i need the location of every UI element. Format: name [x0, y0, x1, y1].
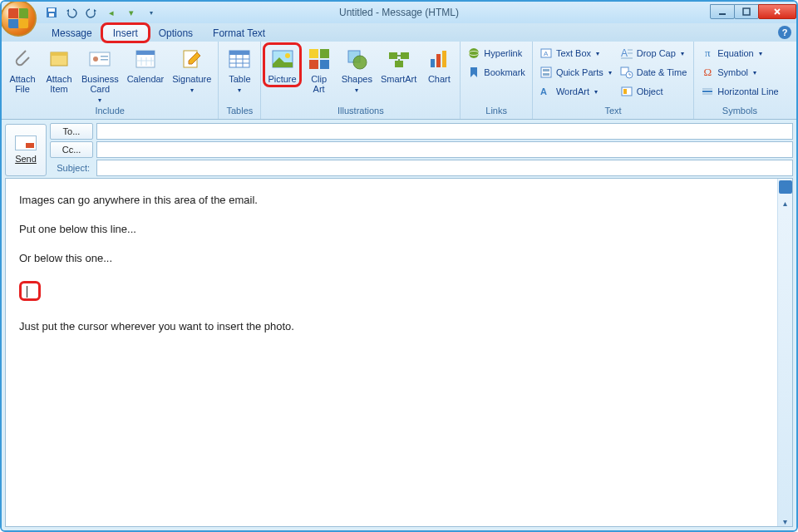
wordart-icon: A	[539, 85, 553, 98]
business-card-button[interactable]: Business Card	[78, 44, 122, 106]
shapes-button[interactable]: Shapes	[338, 44, 376, 96]
maximize-button[interactable]	[734, 4, 759, 19]
group-tables: Table Tables	[219, 42, 261, 119]
chevron-down-icon	[355, 84, 358, 94]
tab-options[interactable]: Options	[149, 25, 203, 42]
help-icon[interactable]: ?	[778, 26, 791, 39]
table-icon	[226, 46, 253, 72]
paperclip-icon	[9, 46, 36, 72]
cursor-position-highlight	[19, 281, 41, 301]
scroll-down-icon[interactable]: ▾	[783, 517, 787, 526]
svg-rect-32	[389, 52, 397, 59]
body-line: Put one below this line...	[19, 223, 764, 237]
group-links: Hyperlink Bookmark Links	[461, 42, 533, 119]
svg-rect-35	[431, 59, 435, 67]
close-button[interactable]	[758, 4, 796, 19]
svg-text:A: A	[544, 50, 549, 57]
object-button[interactable]: Object	[617, 82, 691, 101]
smartart-button[interactable]: SmartArt	[377, 44, 420, 86]
text-box-icon: A	[539, 47, 553, 60]
office-button[interactable]	[0, 0, 37, 37]
to-field[interactable]	[96, 123, 793, 140]
tab-insert[interactable]: Insert	[102, 24, 149, 42]
scroll-up-icon[interactable]: ▴	[783, 199, 787, 208]
ribbon: Attach File Attach Item Business Card Ca…	[2, 42, 796, 120]
minimize-button[interactable]	[710, 4, 735, 19]
quick-access-toolbar: ◂ ▾ ▾	[45, 6, 158, 19]
group-label-include: Include	[5, 106, 214, 119]
wordart-button[interactable]: AWordArt▾	[536, 82, 615, 101]
signature-button[interactable]: Signature	[169, 44, 214, 96]
drop-cap-button[interactable]: ADrop Cap▾	[617, 44, 691, 62]
quick-parts-button[interactable]: Quick Parts▾	[536, 63, 615, 81]
text-box-button[interactable]: AText Box▾	[536, 44, 615, 62]
group-symbols: πEquation▾ ΩSymbol▾ Horizontal Line Symb…	[694, 42, 785, 119]
qat-customize-icon[interactable]: ▾	[145, 6, 158, 19]
body-line: Or below this one...	[19, 252, 764, 266]
cc-button[interactable]: Cc...	[50, 141, 93, 158]
chart-button[interactable]: Chart	[421, 44, 456, 86]
body-line: Just put the cursor wherever you want to…	[19, 320, 764, 334]
shapes-icon	[343, 46, 370, 72]
equation-button[interactable]: πEquation▾	[697, 44, 781, 62]
svg-rect-53	[623, 89, 627, 94]
svg-rect-10	[101, 59, 108, 61]
task-pane-toggle-icon[interactable]	[779, 180, 792, 194]
svg-rect-44	[543, 73, 549, 76]
undo-icon[interactable]	[65, 6, 78, 19]
subject-field[interactable]	[96, 160, 793, 176]
date-time-button[interactable]: Date & Time	[617, 63, 691, 81]
tab-format-text[interactable]: Format Text	[203, 25, 275, 42]
svg-rect-36	[436, 54, 441, 67]
calendar-icon	[132, 46, 159, 72]
vertical-scrollbar[interactable]: ▴ ▾	[777, 179, 792, 526]
svg-rect-28	[309, 60, 318, 69]
tab-message[interactable]: Message	[42, 25, 102, 42]
to-button[interactable]: To...	[50, 123, 93, 140]
redo-icon[interactable]	[85, 6, 98, 19]
chevron-down-icon	[98, 94, 101, 104]
bookmark-button[interactable]: Bookmark	[464, 63, 529, 81]
business-card-icon	[86, 46, 113, 72]
subject-label: Subject:	[50, 163, 93, 173]
message-body-wrap: Images can go anywhere in this area of t…	[5, 178, 793, 527]
chevron-down-icon	[190, 84, 194, 94]
calendar-button[interactable]: Calendar	[124, 44, 168, 86]
svg-rect-1	[48, 8, 55, 12]
svg-rect-29	[320, 60, 329, 69]
clip-art-button[interactable]: Clip Art	[302, 44, 337, 96]
clip-art-icon	[306, 46, 332, 72]
message-window: ◂ ▾ ▾ Untitled - Message (HTML) Message …	[0, 0, 798, 532]
svg-rect-12	[136, 51, 155, 55]
bookmark-icon	[467, 66, 480, 79]
message-body[interactable]: Images can go anywhere in this area of t…	[6, 179, 777, 526]
symbol-button[interactable]: ΩSymbol▾	[697, 63, 781, 81]
table-button[interactable]: Table	[222, 44, 257, 96]
signature-icon	[179, 46, 205, 72]
chart-icon	[426, 46, 452, 72]
horizontal-line-button[interactable]: Horizontal Line	[697, 82, 781, 101]
attach-file-button[interactable]: Attach File	[5, 44, 40, 96]
picture-button[interactable]: Picture	[264, 44, 299, 86]
ribbon-tabs: Message Insert Options Format Text ?	[2, 23, 796, 42]
svg-rect-9	[101, 56, 108, 57]
prev-item-icon[interactable]: ◂	[105, 6, 118, 19]
svg-rect-6	[51, 52, 67, 56]
send-button[interactable]: Send	[5, 124, 47, 176]
attach-item-button[interactable]: Attach Item	[42, 44, 76, 96]
window-controls	[711, 4, 796, 21]
group-illustrations: Picture Clip Art Shapes SmartArt	[261, 42, 461, 119]
svg-point-31	[353, 56, 367, 69]
next-item-icon[interactable]: ▾	[125, 6, 138, 19]
quick-parts-icon	[539, 66, 553, 79]
save-icon[interactable]	[45, 6, 58, 19]
compose-area: Send To... Cc... Subject: Images can	[2, 120, 796, 530]
hyperlink-button[interactable]: Hyperlink	[464, 44, 529, 62]
picture-icon	[269, 46, 296, 72]
date-time-icon	[620, 66, 633, 79]
svg-point-38	[469, 48, 479, 58]
cc-field[interactable]	[96, 141, 793, 158]
svg-rect-33	[401, 52, 409, 59]
svg-text:A: A	[540, 86, 547, 96]
equation-icon: π	[701, 47, 714, 60]
